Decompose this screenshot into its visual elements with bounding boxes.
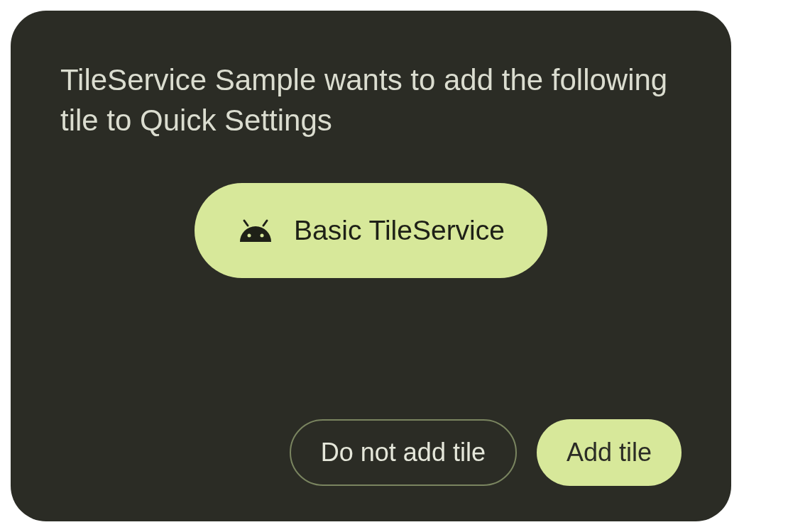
svg-point-1 [261, 234, 264, 238]
tile-preview: Basic TileService [195, 183, 547, 278]
do-not-add-tile-button[interactable]: Do not add tile [290, 419, 517, 486]
add-tile-button[interactable]: Add tile [537, 419, 682, 486]
android-icon [237, 216, 274, 245]
add-tile-dialog: TileService Sample wants to add the foll… [11, 11, 731, 521]
dialog-button-row: Do not add tile Add tile [60, 419, 682, 486]
svg-point-0 [248, 234, 251, 238]
tile-preview-container: Basic TileService [60, 183, 682, 419]
dialog-message: TileService Sample wants to add the foll… [60, 60, 682, 140]
tile-label: Basic TileService [294, 215, 505, 246]
